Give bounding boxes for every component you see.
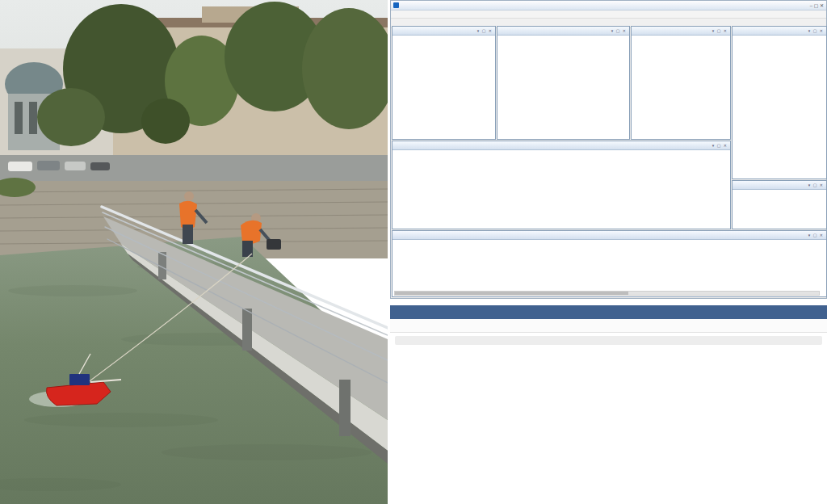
composite-screenshot: { "photo": { "description": "Two surveyo… (0, 0, 827, 504)
panel-buttons[interactable]: ▾ ▢ ✕ (808, 28, 824, 33)
winriver-window: – ▢ ✕ ▾ ▢ ✕ ▾ ▢ ✕ ▾ ▢ ✕ ▾ ▢ ✕ ▾ ▢ ✕ ▾ ▢ … (390, 0, 827, 299)
intensity-profile-panel: ▾ ▢ ✕ (497, 26, 630, 140)
velocity-contour-chart (393, 149, 730, 229)
ship-track-chart (632, 35, 730, 139)
window-buttons[interactable]: – ▢ ✕ (810, 2, 824, 8)
panel-buttons[interactable]: ▾ ▢ ✕ (712, 143, 728, 148)
composite-tables-panel: ▾ ▢ ✕ (732, 26, 827, 179)
panel-buttons[interactable]: ▾ ▢ ✕ (808, 233, 824, 237)
dashboard-tabs (390, 319, 827, 333)
menubar (391, 10, 826, 19)
panel-buttons[interactable]: ▾ ▢ ✕ (611, 28, 627, 33)
velocity-contour-panel: ▾ ▢ ✕ (392, 141, 731, 229)
panel-buttons[interactable]: ▾ ▢ ✕ (808, 183, 824, 187)
channel-profile-chart (392, 347, 825, 417)
hydro-dashboard (390, 305, 827, 504)
horizontal-scrollbar[interactable] (394, 291, 820, 296)
acquire-status-panel: ▾ ▢ ✕ (732, 180, 827, 229)
discharge-summary-panel: ▾ ▢ ✕ (392, 230, 827, 297)
measurement-control-panel: ▾ ▢ ✕ (392, 26, 496, 140)
panel-buttons[interactable]: ▾ ▢ ✕ (712, 28, 728, 33)
panel-buttons[interactable]: ▾ ▢ ✕ (477, 28, 493, 33)
site-photo (0, 0, 388, 504)
intensity-profile-chart (497, 35, 629, 139)
breadcrumb (390, 305, 827, 319)
winriver-app-icon (393, 2, 399, 8)
ship-track-panel: ▾ ▢ ✕ (631, 26, 731, 140)
winriver-titlebar: – ▢ ✕ (391, 1, 826, 10)
dashboard-statusbar (395, 336, 822, 345)
equipment-case (267, 239, 281, 250)
